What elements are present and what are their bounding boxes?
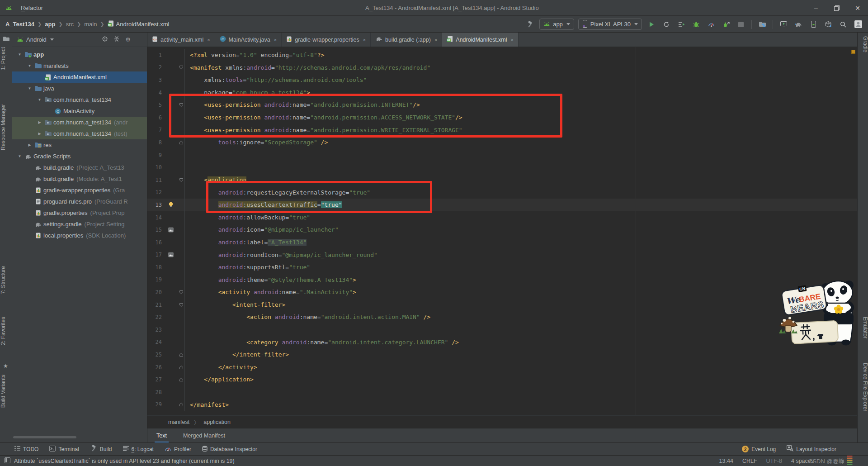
bulb-icon[interactable] — [164, 202, 178, 208]
tree-item-com-hnucm-a-test134[interactable]: ▶com.hnucm.a_test134(test) — [12, 128, 147, 139]
search-everywhere-icon[interactable] — [838, 19, 849, 30]
editor-tab-mainactivity-java[interactable]: CMainActivity.java× — [215, 33, 282, 47]
code-text[interactable] — [184, 386, 190, 399]
code-line-18[interactable]: 18 android:supportsRtl="true" — [147, 261, 857, 274]
avd-manager-icon[interactable] — [778, 19, 789, 30]
code-line-1[interactable]: 1<?xml version="1.0" encoding="utf-8"?> — [147, 49, 857, 62]
code-line-26[interactable]: 26 </activity> — [147, 361, 857, 374]
code-line-13[interactable]: 13 android:usesCleartextTraffic="true" — [147, 199, 857, 211]
code-text[interactable]: android:roundIcon="@mipmap/ic_launcher_r… — [184, 249, 377, 262]
horizontal-scrollbar[interactable] — [13, 436, 76, 438]
fold-marker-icon[interactable] — [178, 290, 184, 295]
tree-item-com-hnucm-a-test134[interactable]: ▼com.hnucm.a_test134 — [12, 94, 147, 105]
code-text[interactable]: android:label="A_Test134" — [184, 236, 307, 249]
close-button[interactable]: ✕ — [847, 0, 868, 16]
build-hammer-icon[interactable] — [524, 19, 535, 30]
gear-icon[interactable]: ⚙ — [125, 36, 131, 43]
code-line-6[interactable]: 6 <uses-permission android:name="android… — [147, 111, 857, 124]
code-text[interactable]: tools:ignore="ScopedStorage" /> — [184, 136, 328, 149]
tree-item-mainactivity[interactable]: CMainActivity — [12, 105, 147, 117]
fold-marker-icon[interactable] — [178, 352, 184, 357]
tree-item-proguard-rules-pro[interactable]: proguard-rules.pro(ProGuard R — [12, 196, 147, 207]
project-view-selector[interactable]: Android — [26, 36, 47, 43]
tree-item-build-gradle[interactable]: build.gradle(Project: A_Test13 — [12, 162, 147, 173]
chevron-down-icon[interactable]: ▼ — [16, 52, 24, 57]
tree-item-gradle-properties[interactable]: gradle.properties(Project Prop — [12, 207, 147, 219]
close-tab-icon[interactable]: × — [274, 37, 277, 43]
toolwindow-gradle[interactable]: Gradle — [858, 36, 868, 52]
tree-item-java[interactable]: ▼java — [12, 83, 147, 94]
code-text[interactable]: <uses-permission android:name="android.p… — [184, 124, 462, 137]
tree-item-gradle-scripts[interactable]: ▼Gradle Scripts — [12, 151, 147, 162]
code-text[interactable]: </intent-filter> — [184, 348, 289, 361]
code-text[interactable]: <activity android:name=".MainActivity"> — [184, 286, 356, 299]
code-text[interactable]: <category android:name="android.intent.c… — [184, 336, 459, 349]
run-button[interactable] — [646, 19, 657, 30]
xml-breadcrumb-application[interactable]: application — [203, 419, 231, 425]
fold-marker-icon[interactable] — [178, 377, 184, 382]
xml-breadcrumb-manifest[interactable]: manifest — [168, 419, 189, 425]
code-text[interactable]: android:theme="@style/Theme.A_Test134"> — [184, 274, 356, 286]
code-line-24[interactable]: 24 <category android:name="android.inten… — [147, 336, 857, 349]
debug-button[interactable] — [691, 19, 702, 30]
code-line-5[interactable]: 5 <uses-permission android:name="android… — [147, 99, 857, 111]
breadcrumb-app[interactable]: app — [45, 21, 55, 28]
code-text[interactable]: <intent-filter> — [184, 299, 285, 311]
device-dropdown[interactable]: Pixel XL API 30 — [578, 19, 642, 30]
toolwindow-profiler[interactable]: Profiler — [165, 446, 191, 453]
chevron-right-icon[interactable]: ▶ — [36, 120, 43, 124]
chevron-right-icon[interactable]: ▶ — [36, 132, 43, 136]
code-text[interactable]: <action android:name="android.intent.act… — [184, 311, 430, 323]
code-line-11[interactable]: 11 <application — [147, 174, 857, 186]
toolwindow-structure[interactable]: 7: Structure — [0, 266, 12, 294]
code-text[interactable]: android:icon="@mipmap/ic_launcher" — [184, 223, 339, 236]
chevron-down-icon[interactable]: ▼ — [26, 64, 33, 68]
code-line-10[interactable]: 10 — [147, 161, 857, 174]
code-line-17[interactable]: 17 android:roundIcon="@mipmap/ic_launche… — [147, 249, 857, 262]
tree-item-gradle-wrapper-properties[interactable]: gradle-wrapper.properties(Gra — [12, 185, 147, 196]
code-line-28[interactable]: 28 — [147, 386, 857, 399]
toolwindow-layout-inspector[interactable]: Layout Inspector — [787, 445, 836, 453]
code-text[interactable]: <uses-permission android:name="android.p… — [184, 99, 420, 111]
encoding-indicator[interactable]: UTF-8 — [766, 458, 782, 464]
stop-button[interactable] — [736, 19, 746, 30]
breadcrumb-file[interactable]: MFAndroidManifest.xml — [108, 20, 170, 28]
code-text[interactable]: <uses-permission android:name="android.p… — [184, 111, 462, 124]
toolwindow-terminal[interactable]: Terminal — [49, 446, 79, 453]
code-line-9[interactable]: 9 — [147, 149, 857, 162]
code-line-23[interactable]: 23 — [147, 323, 857, 336]
chevron-down-icon[interactable]: ▼ — [16, 154, 24, 158]
code-text[interactable] — [184, 149, 190, 162]
fold-marker-icon[interactable] — [178, 140, 184, 145]
tree-item-app[interactable]: ▼app — [12, 49, 147, 60]
code-text[interactable]: </application> — [184, 373, 254, 386]
code-line-12[interactable]: 12 android:requestLegacyExternalStorage=… — [147, 186, 857, 199]
toolwindow-database-inspector[interactable]: Database Inspector — [202, 446, 257, 453]
code-text[interactable]: package="com.hnucm.a_test134"> — [184, 86, 310, 99]
code-text[interactable]: </activity> — [184, 361, 257, 374]
toolwindow-favorites[interactable]: 2: Favorites — [0, 317, 12, 345]
locate-file-icon[interactable] — [102, 36, 108, 43]
favorites-star-icon[interactable]: ★ — [3, 363, 8, 369]
line-ending-indicator[interactable]: CRLF — [742, 458, 757, 464]
tree-item-settings-gradle[interactable]: settings.gradle(Project Setting — [12, 219, 147, 230]
fold-marker-icon[interactable] — [178, 178, 184, 182]
code-text[interactable]: </manifest> — [184, 399, 229, 411]
tree-item-androidmanifest-xml[interactable]: MFAndroidManifest.xml — [12, 71, 147, 83]
code-text[interactable]: android:requestLegacyExternalStorage="tr… — [184, 186, 370, 199]
chevron-down-icon[interactable]: ▼ — [26, 86, 33, 90]
rerun-icon[interactable] — [661, 19, 672, 30]
run-config-dropdown[interactable]: app — [539, 19, 574, 30]
fold-marker-icon[interactable] — [178, 303, 184, 307]
code-text[interactable]: android:allowBackup="true" — [184, 211, 310, 224]
toolwindow-build[interactable]: Build — [90, 445, 112, 453]
code-line-19[interactable]: 19 android:theme="@style/Theme.A_Test134… — [147, 274, 857, 286]
code-line-3[interactable]: 3 xmlns:tools="http://schemas.android.co… — [147, 74, 857, 86]
code-line-16[interactable]: 16 android:label="A_Test134" — [147, 236, 857, 249]
tree-item-local-properties[interactable]: local.properties(SDK Location) — [12, 230, 147, 241]
tab-text[interactable]: Text — [155, 428, 169, 443]
code-line-22[interactable]: 22 <action android:name="android.intent.… — [147, 311, 857, 323]
code-line-20[interactable]: 20 <activity android:name=".MainActivity… — [147, 286, 857, 299]
code-text[interactable]: android:supportsRtl="true" — [184, 261, 310, 274]
fold-marker-icon[interactable] — [178, 365, 184, 370]
